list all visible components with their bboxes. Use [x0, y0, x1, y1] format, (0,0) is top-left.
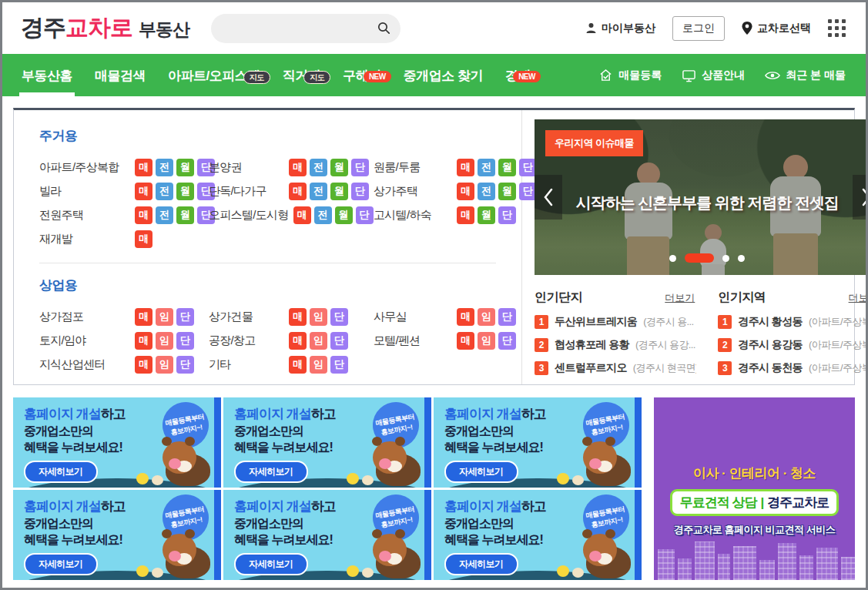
carousel-dot[interactable] — [738, 255, 745, 262]
details-button[interactable]: 자세히보기 — [234, 553, 308, 575]
my-realestate-link[interactable]: 마이부동산 — [585, 22, 655, 35]
recent-viewed-link[interactable]: 최근 본 매물 — [765, 69, 846, 82]
trade-type-badge[interactable]: 매 — [289, 356, 307, 374]
promo-banner[interactable]: 홈페이지 개설하고중개업소만의혜택을 누려보세요!자세히보기매물등록부터홍보까지… — [223, 490, 431, 580]
category-label[interactable]: 단독/다가구 — [209, 184, 284, 199]
list-item[interactable]: 1두산위브트레지움(경주시 용... — [535, 315, 696, 329]
trade-type-badge[interactable]: 월 — [498, 183, 516, 200]
more-link[interactable]: 더보기 — [665, 291, 695, 305]
category-label[interactable]: 기타 — [209, 357, 284, 372]
trade-type-badge[interactable]: 매 — [289, 159, 307, 176]
trade-type-badge[interactable]: 매 — [135, 206, 152, 224]
carousel-dot[interactable] — [722, 255, 729, 262]
trade-type-badge[interactable]: 월 — [335, 206, 353, 224]
trade-type-badge[interactable]: 매 — [289, 332, 307, 350]
details-button[interactable]: 자세히보기 — [24, 553, 98, 575]
trade-type-badge[interactable]: 매 — [457, 159, 474, 176]
region-select-link[interactable]: 교차로선택 — [742, 22, 811, 35]
category-label[interactable]: 고시텔/하숙 — [374, 208, 452, 223]
nav-item-4[interactable]: NEW구해줘 — [342, 67, 382, 96]
trade-type-badge[interactable]: 단 — [330, 332, 348, 350]
trade-type-badge[interactable]: 매 — [293, 206, 311, 224]
nav-item-5[interactable]: 중개업소 찾기 — [403, 67, 484, 96]
category-label[interactable]: 공장/창고 — [209, 334, 284, 348]
category-label[interactable]: 재개발 — [39, 232, 130, 246]
trade-type-badge[interactable]: 임 — [478, 308, 495, 326]
carousel-dot[interactable] — [685, 253, 714, 263]
category-label[interactable]: 상가점포 — [39, 310, 130, 324]
trade-type-badge[interactable]: 단 — [356, 206, 374, 224]
promo-banner[interactable]: 홈페이지 개설하고중개업소만의혜택을 누려보세요!자세히보기매물등록부터홍보까지… — [223, 397, 431, 488]
carousel-dot[interactable] — [669, 255, 676, 262]
trade-type-badge[interactable]: 임 — [310, 308, 327, 326]
category-label[interactable]: 원룸/투룸 — [374, 160, 452, 175]
category-label[interactable]: 전원주택 — [39, 208, 130, 223]
trade-type-badge[interactable]: 임 — [478, 332, 495, 350]
trade-type-badge[interactable]: 단 — [330, 308, 348, 326]
trade-type-badge[interactable]: 단 — [351, 159, 369, 176]
category-label[interactable]: 모텔/펜션 — [374, 334, 452, 348]
carousel-caption[interactable]: 시작하는 신혼부부를 위한 저렴한 전셋집 — [535, 193, 868, 213]
trade-type-badge[interactable]: 매 — [457, 332, 474, 350]
trade-type-badge[interactable]: 매 — [457, 308, 474, 326]
nav-item-3[interactable]: 지도직거래 — [282, 67, 322, 96]
trade-type-badge[interactable]: 매 — [135, 308, 152, 326]
trade-type-badge[interactable]: 월 — [176, 183, 194, 200]
issue-carousel[interactable]: 우리지역 이슈매물 시작하는 신혼부부를 위한 저렴한 전셋집 — [535, 119, 868, 275]
trade-type-badge[interactable]: 월 — [176, 159, 194, 176]
category-label[interactable]: 지식산업센터 — [39, 357, 130, 372]
site-logo[interactable]: 경주교차로 부동산 — [21, 12, 189, 44]
trade-type-badge[interactable]: 매 — [135, 183, 152, 200]
trade-type-badge[interactable]: 전 — [156, 206, 173, 224]
listing-register-link[interactable]: 매물등록 — [598, 68, 662, 82]
promo-banner[interactable]: 홈페이지 개설하고중개업소만의혜택을 누려보세요!자세히보기매물등록부터홍보까지… — [434, 397, 642, 488]
trade-type-badge[interactable]: 매 — [457, 206, 474, 224]
trade-type-badge[interactable]: 매 — [135, 159, 152, 176]
trade-type-badge[interactable]: 단 — [176, 308, 194, 326]
trade-type-badge[interactable]: 전 — [156, 159, 173, 176]
trade-type-badge[interactable]: 월 — [330, 159, 348, 176]
carousel-next-button[interactable] — [853, 175, 868, 220]
details-button[interactable]: 자세히보기 — [444, 461, 518, 483]
list-item[interactable]: 2경주시 용강동(아파트/주상복... — [718, 338, 868, 352]
apps-menu-icon[interactable] — [828, 19, 846, 37]
category-label[interactable]: 빌라 — [39, 184, 130, 199]
list-item[interactable]: 1경주시 황성동(아파트/주상복... — [718, 315, 868, 329]
trade-type-badge[interactable]: 임 — [156, 308, 173, 326]
trade-type-badge[interactable]: 매 — [135, 332, 152, 350]
trade-type-badge[interactable]: 전 — [478, 159, 495, 176]
promo-banner[interactable]: 홈페이지 개설하고중개업소만의혜택을 누려보세요!자세히보기매물등록부터홍보까지… — [13, 490, 221, 580]
login-button[interactable]: 로그인 — [672, 16, 725, 41]
trade-type-badge[interactable]: 전 — [478, 183, 495, 200]
trade-type-badge[interactable]: 매 — [135, 356, 152, 374]
category-label[interactable]: 상가주택 — [374, 184, 452, 199]
trade-type-badge[interactable]: 전 — [310, 159, 327, 176]
trade-type-badge[interactable]: 단 — [176, 332, 194, 350]
more-link[interactable]: 더보기 — [849, 291, 868, 305]
promo-banner[interactable]: 홈페이지 개설하고중개업소만의혜택을 누려보세요!자세히보기매물등록부터홍보까지… — [434, 490, 642, 580]
trade-type-badge[interactable]: 임 — [156, 332, 173, 350]
details-button[interactable]: 자세히보기 — [24, 461, 98, 483]
product-guide-link[interactable]: 상품안내 — [682, 69, 745, 82]
trade-type-badge[interactable]: 매 — [289, 308, 307, 326]
trade-type-badge[interactable]: 단 — [498, 308, 516, 326]
category-label[interactable]: 아파트/주상복합 — [39, 160, 130, 175]
trade-type-badge[interactable]: 매 — [135, 230, 152, 248]
list-item[interactable]: 3센트럴푸르지오(경주시 현곡면) — [535, 361, 696, 375]
nav-item-6[interactable]: NEW경매 — [504, 67, 531, 96]
list-item[interactable]: 2협성휴포레 용황(경주시 용강... — [535, 338, 696, 352]
trade-type-badge[interactable]: 월 — [330, 183, 348, 200]
details-button[interactable]: 자세히보기 — [444, 553, 518, 575]
carousel-prev-button[interactable] — [535, 175, 562, 220]
trade-type-badge[interactable]: 월 — [498, 159, 516, 176]
trade-type-badge[interactable]: 단 — [498, 332, 516, 350]
trade-type-badge[interactable]: 전 — [314, 206, 332, 224]
category-label[interactable]: 사무실 — [374, 310, 452, 324]
nav-item-2[interactable]: 지도아파트/오피스텔 — [167, 67, 261, 96]
trade-type-badge[interactable]: 단 — [351, 183, 369, 200]
trade-type-badge[interactable]: 임 — [310, 332, 327, 350]
category-label[interactable]: 토지/임야 — [39, 334, 130, 348]
nav-item-1[interactable]: 매물검색 — [94, 67, 146, 96]
category-label[interactable]: 상가건물 — [209, 310, 284, 324]
trade-type-badge[interactable]: 월 — [176, 206, 194, 224]
